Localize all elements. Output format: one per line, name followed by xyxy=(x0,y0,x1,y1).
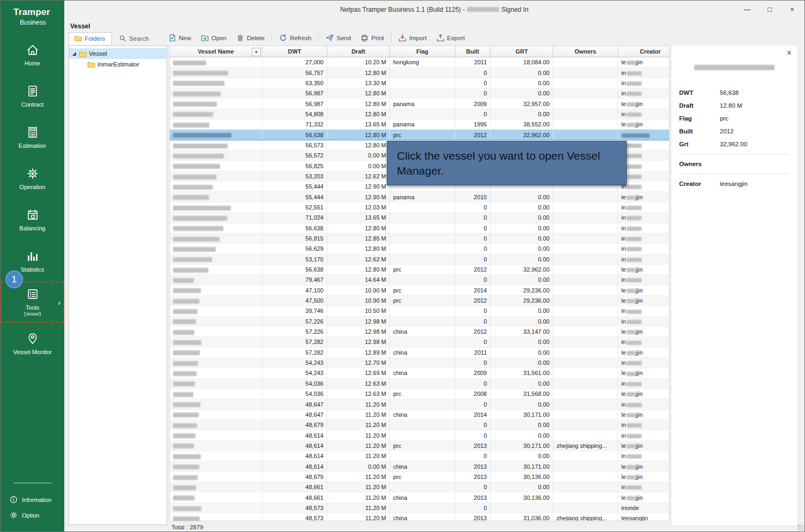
tab-folders[interactable]: Folders xyxy=(69,32,112,44)
detail-close-icon[interactable]: × xyxy=(787,49,792,57)
redacted-creator xyxy=(627,496,635,500)
cell-draft: 10.90 M xyxy=(327,295,390,305)
export-button[interactable]: Export xyxy=(432,32,470,43)
column-header-dwt[interactable]: DWT xyxy=(262,46,327,57)
table-row[interactable]: 54,03612.63 Mprc200831,568.00lejjin xyxy=(170,389,669,399)
sidebar-footer-option[interactable]: Option xyxy=(1,507,64,523)
cell-vessel-name xyxy=(170,513,262,521)
import-button[interactable]: Import xyxy=(394,32,432,43)
sidebar-footer-information[interactable]: Information xyxy=(1,492,64,507)
sidebar-item-estimation[interactable]: Estimation xyxy=(1,116,64,158)
sidebar-item-vessel-monitor[interactable]: Vessel Monitor xyxy=(1,323,64,364)
redacted-vessel-name xyxy=(173,226,223,231)
column-header-creator[interactable]: Creator xyxy=(618,46,670,57)
sidebar-item-balancing[interactable]: Balancing xyxy=(1,199,64,240)
table-row[interactable]: 54,03612.63 M00.00in xyxy=(170,378,669,388)
table-row[interactable]: 48,67911.20 M00.00in xyxy=(170,420,669,430)
tree-expander-icon[interactable] xyxy=(72,52,76,56)
table-row[interactable]: 48,61411.20 M00.00in xyxy=(170,451,669,461)
table-row[interactable]: 56,81512.85 M00.00in xyxy=(170,233,669,243)
table-row[interactable]: 56,62912.80 M00.00in xyxy=(170,244,669,254)
table-row[interactable]: 56,75712.80 M00.00in xyxy=(170,68,669,78)
open-icon xyxy=(201,34,209,42)
table-row[interactable]: 48,61411.20 M00.00in xyxy=(170,430,669,440)
cell-flag: prc xyxy=(390,264,455,274)
cell-grt: 30,171.00 xyxy=(491,409,553,419)
table-row[interactable]: 48,64711.20 Mchina201430,171.00lejjin xyxy=(170,409,669,419)
table-row[interactable]: 47,10010.90 Mprc201429,236.00lejjin xyxy=(170,285,669,295)
column-header-built[interactable]: Built xyxy=(455,46,491,57)
sidebar-item-home[interactable]: Home xyxy=(1,34,64,75)
table-row[interactable]: 27,00010.20 Mhongkong201118,084.00lejjin xyxy=(170,57,669,68)
table-row[interactable]: 63,35013.30 M00.00in xyxy=(170,78,669,88)
table-row[interactable]: 57,28212.89 Mchina20110.00lejjin xyxy=(170,347,669,357)
table-row[interactable]: 56,63812.80 M00.00in xyxy=(170,223,669,233)
maximize-button[interactable]: □ xyxy=(758,2,781,18)
table-row[interactable]: 71,33213.65 Mpanama199538,552.00lejjin xyxy=(170,119,669,130)
table-row[interactable]: 56,98712.80 M00.00in xyxy=(170,88,669,99)
table-row[interactable]: 48,66111.20 Mchina201330,136.00lejjin xyxy=(170,492,669,503)
table-row[interactable]: 57,22612.98 M00.00in xyxy=(170,316,669,326)
table-row[interactable]: 52,55112.03 M00.00in xyxy=(170,202,669,212)
table-row[interactable]: 48,61411.20 Mprc201330,171.00zhejiang sh… xyxy=(170,440,669,451)
cell-built: 0 xyxy=(455,254,491,264)
folder-icon xyxy=(87,61,95,68)
table-row[interactable]: 56,63812.80 Mprc201232,962.00lejjin xyxy=(170,264,669,274)
tab-toolbar-strip: FoldersSearch NewOpenDeleteRefreshSendPr… xyxy=(64,30,804,44)
tab-search[interactable]: Search xyxy=(113,32,155,44)
cell-built: 0 xyxy=(455,378,491,388)
cell-built: 0 xyxy=(455,233,491,243)
table-row[interactable]: 47,50010.90 Mprc201229,236.00lejjin xyxy=(170,295,669,305)
send-button[interactable]: Send xyxy=(321,32,356,43)
redacted-vessel-name xyxy=(173,464,199,469)
table-row[interactable]: 48,64711.20 M00.00in xyxy=(170,399,669,409)
redacted-creator xyxy=(627,372,635,376)
cell-grt: 32,957.00 xyxy=(491,99,553,109)
detail-fields: DWT56,638Draft12.80 MFlagprcBuilt2012Grt… xyxy=(679,86,789,151)
table-row[interactable]: 57,28212.98 M00.00in xyxy=(170,337,669,347)
table-row[interactable]: 56,63812.80 Mprc201232,962.00 xyxy=(170,130,669,140)
column-header-grt[interactable]: GRT xyxy=(491,46,553,57)
cell-flag: prc xyxy=(390,471,455,482)
table-row[interactable]: 48,57311.20 M0inonde xyxy=(170,503,669,513)
column-header-owners[interactable]: Owners xyxy=(553,46,618,57)
cell-draft: 11.20 M xyxy=(327,451,390,461)
table-row[interactable]: 57,22612.98 Mchina201233,147.00lejjin xyxy=(170,326,669,336)
redacted-vessel-name xyxy=(173,123,209,128)
sidebar-item-contract[interactable]: Contract xyxy=(1,75,64,116)
redacted-vessel-name xyxy=(173,506,201,511)
column-header-flag[interactable]: Flag xyxy=(390,46,455,57)
refresh-button[interactable]: Refresh xyxy=(274,32,316,43)
table-row[interactable]: 79,46714.64 M00.00in xyxy=(170,275,669,285)
table-row[interactable]: 54,24312.70 M00.00in xyxy=(170,357,669,368)
table-row[interactable]: 48,66111.20 M00.00in xyxy=(170,482,669,492)
table-row[interactable]: 54,24312.69 Mchina200931,561.00lejjin xyxy=(170,368,669,378)
tree-node-inmarestimator[interactable]: InmarEstimator xyxy=(69,59,167,70)
detail-field-label: Draft xyxy=(679,102,720,109)
resize-grip[interactable] xyxy=(798,524,803,530)
table-row[interactable]: 39,74610.50 M00.00in xyxy=(170,306,669,316)
close-button[interactable]: × xyxy=(781,2,803,18)
open-button[interactable]: Open xyxy=(196,32,231,43)
table-row[interactable]: 53,17012.62 M00.00in xyxy=(170,254,669,264)
table-row[interactable]: 48,67911.20 Mprc201330,136.00lejjin xyxy=(170,471,669,482)
cell-flag xyxy=(390,316,455,326)
minimize-button[interactable]: — xyxy=(736,2,758,18)
table-row[interactable]: 54,80812.80 M00.00in xyxy=(170,109,669,119)
table-row[interactable]: 48,57311.20 Mchina201331,036.00zhejiang … xyxy=(170,513,669,521)
new-button[interactable]: New xyxy=(163,32,196,43)
column-header-vessel-name[interactable]: Vessel Name▼ xyxy=(170,46,262,57)
table-row[interactable]: 48,6140.00 Mchina201330,171.00lejjin xyxy=(170,461,669,471)
table-row[interactable]: 71,02413.65 M00.00in xyxy=(170,213,669,223)
table-row[interactable]: 56,98712.80 Mpanama200932,957.00lejjin xyxy=(170,99,669,109)
sidebar-item-operation[interactable]: Operation xyxy=(1,158,64,199)
delete-button[interactable]: Delete xyxy=(231,32,269,43)
tree-node-vessel[interactable]: Vessel xyxy=(69,48,167,59)
redacted-vessel-name xyxy=(173,319,196,324)
sort-descending-icon[interactable]: ▼ xyxy=(252,48,261,56)
cell-dwt: 53,203 xyxy=(262,171,327,181)
print-button[interactable]: Print xyxy=(356,32,389,43)
cell-owners: zhejiang shipping... xyxy=(553,513,618,521)
table-row[interactable]: 55,44412.90 Mpanama20100.00lejjin xyxy=(170,192,669,202)
column-header-draft[interactable]: Draft xyxy=(327,46,390,57)
